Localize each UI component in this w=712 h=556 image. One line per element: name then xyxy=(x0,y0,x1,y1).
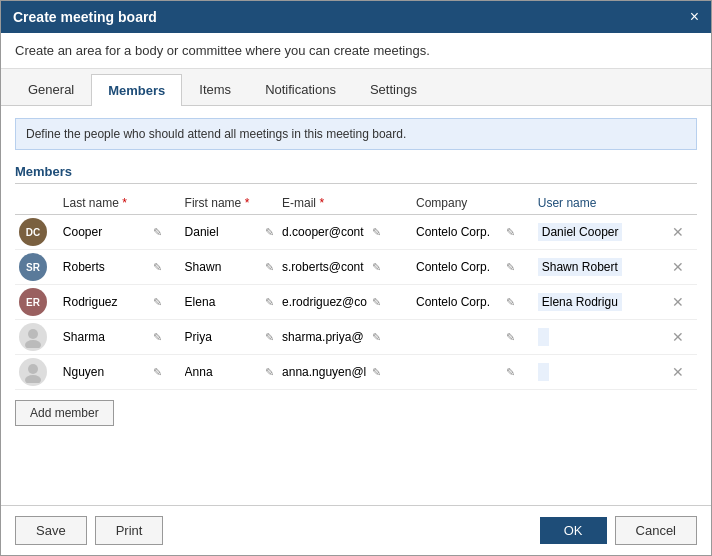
username-value xyxy=(538,363,549,381)
avatar: ER xyxy=(19,288,47,316)
first-name-edit-icon[interactable]: ✎ xyxy=(265,226,274,239)
avatar-placeholder-icon xyxy=(19,358,47,386)
tab-members[interactable]: Members xyxy=(91,74,182,106)
email-value: s.roberts@cont xyxy=(282,260,367,274)
svg-point-2 xyxy=(28,364,38,374)
avatar: DC xyxy=(19,218,47,246)
company-edit-icon[interactable]: ✎ xyxy=(506,226,515,239)
col-header-company: Company xyxy=(412,192,534,215)
col-header-avatar xyxy=(15,192,59,215)
create-meeting-board-dialog: Create meeting board × Create an area fo… xyxy=(0,0,712,556)
last-name-value: Cooper xyxy=(63,225,148,239)
col-header-last-name: Last name * xyxy=(59,192,181,215)
last-name-value: Nguyen xyxy=(63,365,148,379)
avatar: SR xyxy=(19,253,47,281)
col-header-first-name: First name * xyxy=(181,192,278,215)
cancel-button[interactable]: Cancel xyxy=(615,516,697,545)
member-avatar xyxy=(15,355,59,390)
first-name-edit-icon[interactable]: ✎ xyxy=(265,261,274,274)
delete-member-button[interactable]: ✕ xyxy=(672,224,684,240)
tab-settings[interactable]: Settings xyxy=(353,73,434,105)
svg-point-0 xyxy=(28,329,38,339)
member-avatar: ER xyxy=(15,285,59,320)
last-name-value: Sharma xyxy=(63,330,148,344)
email-edit-icon[interactable]: ✎ xyxy=(372,366,381,379)
member-avatar: SR xyxy=(15,250,59,285)
col-header-delete xyxy=(668,192,697,215)
print-button[interactable]: Print xyxy=(95,516,164,545)
username-value: Shawn Robert xyxy=(538,258,622,276)
email-edit-icon[interactable]: ✎ xyxy=(372,226,381,239)
first-name-value: Shawn xyxy=(185,260,260,274)
first-name-edit-icon[interactable]: ✎ xyxy=(265,296,274,309)
table-row: DCCooper✎Daniel✎d.cooper@cont✎Contelo Co… xyxy=(15,215,697,250)
company-value: Contelo Corp. xyxy=(416,295,501,309)
add-member-button[interactable]: Add member xyxy=(15,400,114,426)
dialog-footer: Save Print OK Cancel xyxy=(1,505,711,555)
first-name-edit-icon[interactable]: ✎ xyxy=(265,366,274,379)
last-name-edit-icon[interactable]: ✎ xyxy=(153,226,162,239)
member-avatar: DC xyxy=(15,215,59,250)
dialog-subtitle: Create an area for a body or committee w… xyxy=(1,33,711,69)
avatar-placeholder-icon xyxy=(19,323,47,351)
tab-general[interactable]: General xyxy=(11,73,91,105)
email-value: e.rodriguez@co xyxy=(282,295,367,309)
company-edit-icon[interactable]: ✎ xyxy=(506,296,515,309)
member-avatar xyxy=(15,320,59,355)
info-box: Define the people who should attend all … xyxy=(15,118,697,150)
first-name-value: Daniel xyxy=(185,225,260,239)
username-value: Elena Rodrigu xyxy=(538,293,622,311)
save-button[interactable]: Save xyxy=(15,516,87,545)
first-name-edit-icon[interactable]: ✎ xyxy=(265,331,274,344)
email-edit-icon[interactable]: ✎ xyxy=(372,296,381,309)
company-edit-icon[interactable]: ✎ xyxy=(506,366,515,379)
username-value xyxy=(538,328,549,346)
email-value: d.cooper@cont xyxy=(282,225,367,239)
col-header-username: User name xyxy=(534,192,668,215)
svg-point-3 xyxy=(25,375,41,383)
username-value: Daniel Cooper xyxy=(538,223,623,241)
tab-notifications[interactable]: Notifications xyxy=(248,73,353,105)
email-value: sharma.priya@ xyxy=(282,330,367,344)
delete-member-button[interactable]: ✕ xyxy=(672,329,684,345)
email-value: anna.nguyen@l xyxy=(282,365,367,379)
table-row: ERRodriguez✎Elena✎e.rodriguez@co✎Contelo… xyxy=(15,285,697,320)
delete-member-button[interactable]: ✕ xyxy=(672,364,684,380)
company-edit-icon[interactable]: ✎ xyxy=(506,261,515,274)
tabs-bar: General Members Items Notifications Sett… xyxy=(1,69,711,106)
members-section-title: Members xyxy=(15,164,697,184)
table-row: Sharma✎Priya✎sharma.priya@✎✎ ✕ xyxy=(15,320,697,355)
members-table: Last name * First name * E-mail * Compan… xyxy=(15,192,697,390)
delete-member-button[interactable]: ✕ xyxy=(672,294,684,310)
last-name-value: Rodriguez xyxy=(63,295,148,309)
first-name-value: Priya xyxy=(185,330,260,344)
dialog-body: Define the people who should attend all … xyxy=(1,106,711,505)
company-value: Contelo Corp. xyxy=(416,260,501,274)
dialog-header: Create meeting board × xyxy=(1,1,711,33)
table-row: SRRoberts✎Shawn✎s.roberts@cont✎Contelo C… xyxy=(15,250,697,285)
last-name-edit-icon[interactable]: ✎ xyxy=(153,261,162,274)
col-header-email: E-mail * xyxy=(278,192,412,215)
table-row: Nguyen✎Anna✎anna.nguyen@l✎✎ ✕ xyxy=(15,355,697,390)
last-name-edit-icon[interactable]: ✎ xyxy=(153,331,162,344)
last-name-edit-icon[interactable]: ✎ xyxy=(153,366,162,379)
last-name-value: Roberts xyxy=(63,260,148,274)
first-name-value: Anna xyxy=(185,365,260,379)
ok-button[interactable]: OK xyxy=(540,517,607,544)
close-button[interactable]: × xyxy=(690,9,699,25)
delete-member-button[interactable]: ✕ xyxy=(672,259,684,275)
dialog-title: Create meeting board xyxy=(13,9,157,25)
first-name-value: Elena xyxy=(185,295,260,309)
company-edit-icon[interactable]: ✎ xyxy=(506,331,515,344)
tab-items[interactable]: Items xyxy=(182,73,248,105)
last-name-edit-icon[interactable]: ✎ xyxy=(153,296,162,309)
svg-point-1 xyxy=(25,340,41,348)
email-edit-icon[interactable]: ✎ xyxy=(372,331,381,344)
company-value: Contelo Corp. xyxy=(416,225,501,239)
email-edit-icon[interactable]: ✎ xyxy=(372,261,381,274)
